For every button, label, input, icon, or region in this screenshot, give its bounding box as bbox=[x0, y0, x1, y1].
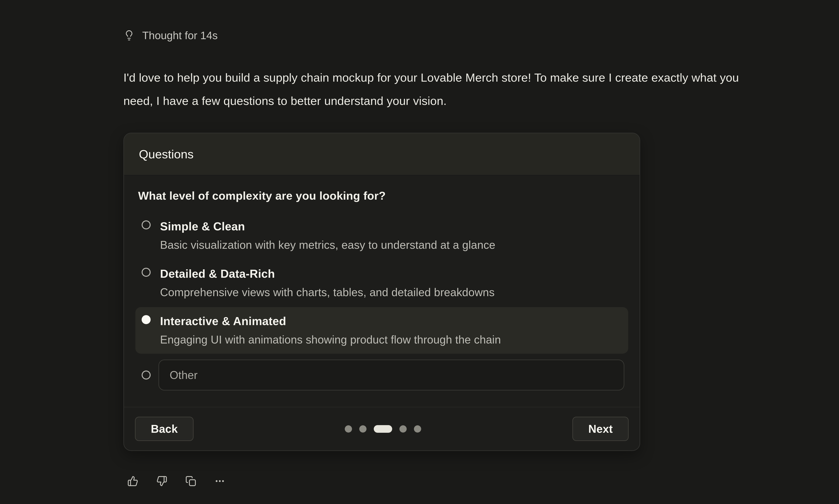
pagination-dot[interactable] bbox=[414, 425, 421, 433]
radio-icon bbox=[142, 268, 151, 277]
option-interactive-animated[interactable]: Interactive & Animated Engaging UI with … bbox=[135, 307, 628, 354]
option-title: Detailed & Data-Rich bbox=[160, 265, 624, 283]
questions-card: Questions What level of complexity are y… bbox=[123, 133, 640, 451]
pagination-dot-active[interactable] bbox=[374, 425, 392, 433]
copy-button[interactable] bbox=[185, 475, 196, 487]
chat-message-block: Thought for 14s I'd love to help you bui… bbox=[123, 29, 770, 487]
message-actions bbox=[123, 475, 770, 487]
radio-icon bbox=[142, 220, 151, 229]
option-description: Engaging UI with animations showing prod… bbox=[160, 330, 624, 349]
card-title: Questions bbox=[139, 147, 194, 161]
other-input[interactable] bbox=[158, 360, 624, 391]
lightbulb-icon bbox=[123, 30, 135, 41]
next-button[interactable]: Next bbox=[572, 417, 629, 441]
option-description: Comprehensive views with charts, tables,… bbox=[160, 283, 624, 302]
option-detailed-data-rich[interactable]: Detailed & Data-Rich Comprehensive views… bbox=[135, 260, 628, 306]
more-options-button[interactable] bbox=[214, 475, 225, 487]
thought-label: Thought for 14s bbox=[142, 29, 217, 42]
back-button[interactable]: Back bbox=[135, 417, 194, 441]
pagination-dot[interactable] bbox=[399, 425, 407, 433]
copy-icon bbox=[185, 475, 196, 487]
thumbs-up-button[interactable] bbox=[127, 475, 138, 487]
card-footer: Back Next bbox=[124, 407, 640, 450]
pagination-dot[interactable] bbox=[359, 425, 367, 433]
radio-selected-icon bbox=[142, 315, 151, 324]
thumbs-down-icon bbox=[156, 475, 167, 487]
option-title: Interactive & Animated bbox=[160, 312, 624, 330]
thought-toggle[interactable]: Thought for 14s bbox=[123, 29, 217, 42]
option-title: Simple & Clean bbox=[160, 217, 624, 236]
radio-icon bbox=[142, 371, 151, 379]
pagination-dot[interactable] bbox=[345, 425, 352, 433]
ellipsis-icon bbox=[214, 475, 225, 487]
thumbs-down-button[interactable] bbox=[156, 475, 167, 487]
thumbs-up-icon bbox=[127, 475, 138, 487]
option-description: Basic visualization with key metrics, ea… bbox=[160, 236, 624, 254]
assistant-message: I'd love to help you build a supply chai… bbox=[123, 66, 748, 112]
option-other[interactable] bbox=[135, 355, 628, 391]
option-simple-clean[interactable]: Simple & Clean Basic visualization with … bbox=[135, 212, 628, 259]
card-header: Questions bbox=[124, 133, 640, 175]
card-body: What level of complexity are you looking… bbox=[124, 175, 640, 407]
question-text: What level of complexity are you looking… bbox=[135, 189, 628, 202]
pagination-dots bbox=[345, 425, 421, 433]
